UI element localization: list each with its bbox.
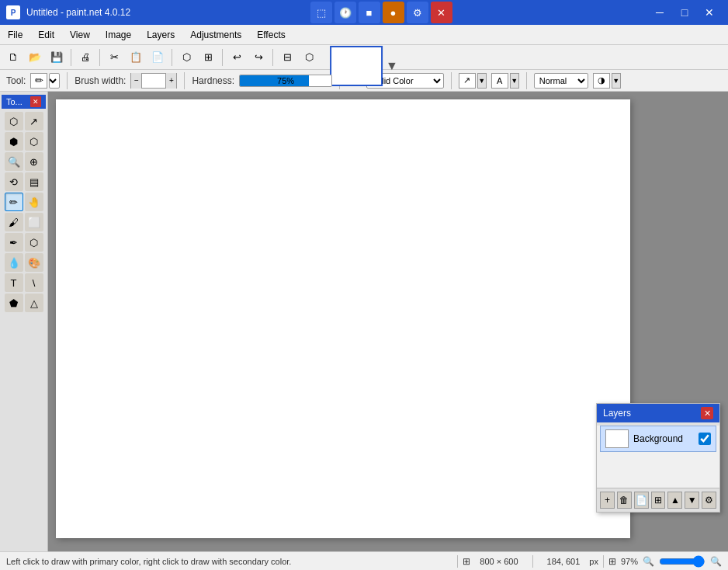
layer-visibility-checkbox[interactable] — [699, 433, 711, 445]
tool-row-9: T \ — [2, 273, 46, 292]
tool-paintbucket[interactable]: ⟲ — [5, 172, 23, 191]
tool-pan[interactable]: ⊕ — [25, 152, 43, 171]
layer-down-button[interactable]: ▼ — [685, 492, 699, 509]
tool-shapes[interactable]: ⬟ — [5, 294, 23, 312]
menu-view[interactable]: View — [62, 25, 98, 44]
tool-row-1: ⬡ ↗ — [2, 112, 46, 130]
toolbar-print[interactable]: 🖨 — [75, 47, 95, 68]
tool-zoom[interactable]: 🔍 — [5, 152, 23, 171]
opts-sep-5 — [526, 72, 527, 89]
layer-merge-button[interactable]: ⊞ — [651, 492, 666, 509]
brush-width-input[interactable]: 2 — [142, 74, 165, 88]
tools-panel-header[interactable]: To... ✕ — [2, 95, 46, 109]
thumbnail-preview — [330, 46, 383, 86]
tool-rectangle-select[interactable]: ⬡ — [5, 112, 23, 130]
layer-add-button[interactable]: + — [600, 492, 615, 509]
close-button[interactable]: ✕ — [697, 0, 722, 25]
toolbar-sep-1 — [71, 49, 71, 66]
tool-triangle[interactable]: △ — [25, 294, 43, 312]
aa-options: A ▼ — [491, 73, 519, 89]
blend-mode-select[interactable]: Normal — [534, 73, 588, 89]
tray-icon-2[interactable]: 🕐 — [335, 2, 356, 23]
tool-smudge[interactable]: ⬡ — [25, 233, 43, 252]
layers-panel-body: Background — [597, 426, 719, 488]
tool-row-7: ✒ ⬡ — [2, 233, 46, 252]
canvas[interactable] — [56, 99, 630, 538]
tray-icon-3[interactable]: ■ — [359, 2, 380, 23]
layer-delete-button[interactable]: 🗑 — [617, 492, 632, 509]
brush-width-control: − 2 + — [130, 73, 177, 89]
aa-dropdown[interactable]: ▼ — [510, 73, 519, 89]
title-bar-left: P Untitled - paint.net 4.0.12 — [6, 5, 130, 19]
tray-icon-4[interactable]: ● — [383, 2, 404, 23]
tray-icon-gear[interactable]: ⚙ — [407, 2, 428, 23]
tool-line[interactable]: \ — [25, 273, 43, 292]
tool-text[interactable]: T — [5, 273, 23, 292]
menu-effects[interactable]: Effects — [249, 25, 293, 44]
opts-sep-2 — [184, 72, 185, 89]
tool-row-2: ⬢ ⬡ — [2, 132, 46, 151]
tools-panel-close[interactable]: ✕ — [30, 96, 41, 107]
toolbar-open[interactable]: 📂 — [25, 47, 45, 68]
toolbar-copy[interactable]: 📋 — [126, 47, 146, 68]
toolbar-paste[interactable]: 📄 — [147, 47, 168, 68]
tool-paintbrush[interactable]: 🖌 — [5, 213, 23, 231]
toolbar-sep-2 — [99, 49, 100, 66]
layer-duplicate-button[interactable]: 📄 — [634, 492, 649, 509]
tool-sharpen[interactable]: 🎨 — [25, 253, 43, 272]
toolbar-undo[interactable]: ↩ — [227, 47, 247, 68]
menu-bar: File Edit View Image Layers Adjustments … — [0, 25, 728, 45]
layer-item-background[interactable]: Background — [600, 426, 716, 452]
tool-blur[interactable]: 💧 — [5, 253, 23, 272]
aa-icon[interactable]: A — [491, 73, 508, 89]
toolbar-select-all[interactable]: ⊞ — [198, 47, 218, 68]
toolbar-resize[interactable]: ⬡ — [299, 47, 319, 68]
tool-recolor[interactable]: ✒ — [5, 233, 23, 252]
tool-pencil[interactable]: ✏ — [5, 193, 23, 211]
tool-selector[interactable]: ✏ ✏ — [30, 73, 60, 89]
menu-edit[interactable]: Edit — [30, 25, 62, 44]
menu-image[interactable]: Image — [98, 25, 139, 44]
blend-dropdown[interactable]: ▼ — [612, 73, 621, 89]
tray-icon-close[interactable]: ✕ — [431, 2, 452, 23]
layer-properties-button[interactable]: ⚙ — [702, 492, 716, 509]
toolbar-cut[interactable]: ✂ — [104, 47, 124, 68]
thumbnail-arrow[interactable]: ▼ — [386, 59, 398, 73]
tool-select[interactable]: ✏ — [49, 73, 60, 89]
pen-icon-1[interactable]: ↗ — [459, 73, 476, 89]
tool-eraser[interactable]: 🤚 — [25, 193, 43, 211]
brush-width-minus[interactable]: − — [131, 73, 142, 89]
menu-file[interactable]: File — [0, 25, 30, 44]
pen-dropdown[interactable]: ▼ — [477, 73, 487, 89]
tray-icon-1[interactable]: ⬚ — [310, 2, 332, 23]
tool-move[interactable]: ↗ — [25, 112, 43, 130]
tool-clone[interactable]: ⬜ — [25, 213, 43, 231]
hardness-slider[interactable]: 75% — [239, 75, 332, 87]
tool-magic-wand[interactable]: ⬡ — [25, 132, 43, 151]
pen-options: ↗ ▼ — [459, 73, 487, 89]
tool-row-3: 🔍 ⊕ — [2, 152, 46, 171]
toolbar-save[interactable]: 💾 — [47, 47, 67, 68]
layers-panel-header[interactable]: Layers ✕ — [597, 404, 719, 422]
main-layout: To... ✕ ⬡ ↗ ⬢ ⬡ 🔍 ⊕ ⟲ ▤ ✏ 🤚 🖌 ⬜ ✒ ⬡ — [0, 92, 728, 551]
toolbar-crop[interactable]: ⊟ — [277, 47, 297, 68]
minimize-button[interactable]: ─ — [647, 0, 672, 25]
layer-up-button[interactable]: ▲ — [667, 492, 682, 509]
toolbar-sep-4 — [222, 49, 223, 66]
toolbar-redo[interactable]: ↪ — [248, 47, 269, 68]
menu-layers[interactable]: Layers — [139, 25, 182, 44]
toolbar-deselect[interactable]: ⬡ — [176, 47, 196, 68]
app-icon: P — [6, 5, 20, 19]
opts-sep-4 — [451, 72, 452, 89]
tool-gradient[interactable]: ▤ — [25, 172, 43, 191]
blend-icon[interactable]: ◑ — [593, 73, 610, 89]
menu-adjustments[interactable]: Adjustments — [182, 25, 249, 44]
tool-lasso[interactable]: ⬢ — [5, 132, 23, 151]
toolbar-new[interactable]: 🗋 — [3, 47, 23, 68]
toolbar-sep-5 — [272, 49, 273, 66]
toolbar-sep-3 — [172, 49, 172, 66]
layers-panel-close-button[interactable]: ✕ — [701, 407, 713, 419]
maximize-button[interactable]: □ — [672, 0, 697, 25]
brush-width-plus[interactable]: + — [165, 73, 176, 89]
title-bar-controls: ─ □ ✕ — [647, 0, 722, 25]
